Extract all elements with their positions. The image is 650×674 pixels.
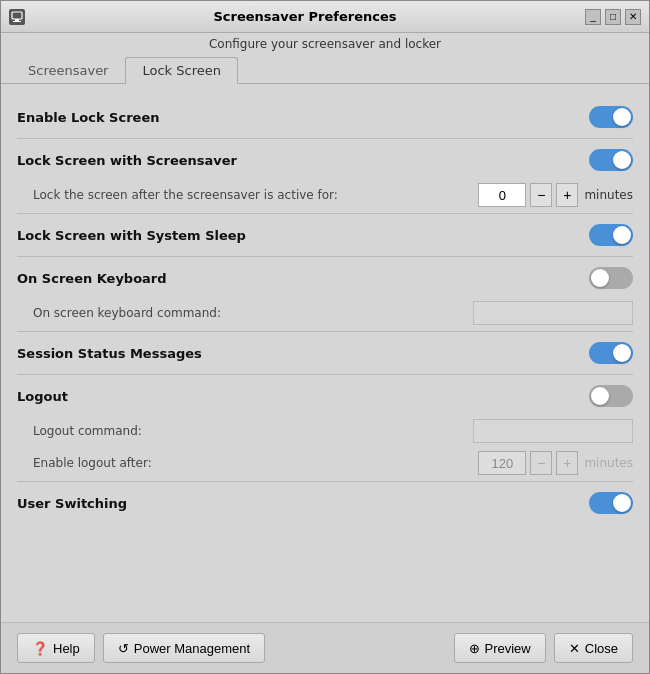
help-icon: ❓ xyxy=(32,641,48,656)
svg-rect-1 xyxy=(15,19,19,21)
lock-screensaver-thumb xyxy=(613,151,631,169)
user-switching-row: User Switching xyxy=(17,484,633,522)
screensaver-minutes-decrement[interactable]: − xyxy=(530,183,552,207)
screensaver-minutes-row: Lock the screen after the screensaver is… xyxy=(17,179,633,211)
enable-lock-screen-thumb xyxy=(613,108,631,126)
power-label: Power Management xyxy=(134,641,250,656)
logout-thumb xyxy=(591,387,609,405)
svg-rect-0 xyxy=(12,12,22,19)
preview-icon: ⊕ xyxy=(469,641,480,656)
lock-sleep-thumb xyxy=(613,226,631,244)
logout-minutes-input[interactable] xyxy=(478,451,526,475)
tab-screensaver[interactable]: Screensaver xyxy=(11,57,125,84)
logout-minutes-row: Enable logout after: − + minutes xyxy=(17,447,633,479)
footer-right: ⊕ Preview ✕ Close xyxy=(454,633,634,663)
titlebar: Screensaver Preferences _ □ ✕ xyxy=(1,1,649,33)
screensaver-minutes-label: minutes xyxy=(584,188,633,202)
screensaver-minutes-group: − + minutes xyxy=(478,183,633,207)
keyboard-thumb xyxy=(591,269,609,287)
power-management-button[interactable]: ↺ Power Management xyxy=(103,633,265,663)
lock-sleep-track[interactable] xyxy=(589,224,633,246)
tab-bar: Screensaver Lock Screen xyxy=(1,57,649,84)
close-icon: ✕ xyxy=(569,641,580,656)
screensaver-minutes-input[interactable] xyxy=(478,183,526,207)
logout-label: Logout xyxy=(17,389,68,404)
keyboard-row: On Screen Keyboard xyxy=(17,259,633,297)
logout-cmd-sublabel: Logout command: xyxy=(33,424,142,438)
help-label: Help xyxy=(53,641,80,656)
subtitle-bar: Configure your screensaver and locker xyxy=(1,33,649,57)
content-area: Enable Lock Screen Lock Screen with Scre… xyxy=(1,84,649,622)
window-subtitle: Configure your screensaver and locker xyxy=(209,37,441,51)
logout-minutes-decrement[interactable]: − xyxy=(530,451,552,475)
separator-6 xyxy=(17,481,633,482)
separator-2 xyxy=(17,213,633,214)
lock-screensaver-row: Lock Screen with Screensaver xyxy=(17,141,633,179)
close-label: Close xyxy=(585,641,618,656)
preview-button[interactable]: ⊕ Preview xyxy=(454,633,546,663)
screensaver-minutes-increment[interactable]: + xyxy=(556,183,578,207)
power-icon: ↺ xyxy=(118,641,129,656)
logout-row: Logout xyxy=(17,377,633,415)
tab-lockscreen[interactable]: Lock Screen xyxy=(125,57,237,84)
logout-minutes-increment[interactable]: + xyxy=(556,451,578,475)
logout-track[interactable] xyxy=(589,385,633,407)
close-button[interactable]: ✕ xyxy=(625,9,641,25)
titlebar-center: Screensaver Preferences xyxy=(25,9,585,24)
lock-screensaver-label: Lock Screen with Screensaver xyxy=(17,153,237,168)
separator-5 xyxy=(17,374,633,375)
enable-lock-screen-track[interactable] xyxy=(589,106,633,128)
keyboard-cmd-input[interactable] xyxy=(473,301,633,325)
footer-left: ❓ Help ↺ Power Management xyxy=(17,633,265,663)
separator-3 xyxy=(17,256,633,257)
user-switching-track[interactable] xyxy=(589,492,633,514)
lock-sleep-label: Lock Screen with System Sleep xyxy=(17,228,246,243)
logout-toggle[interactable] xyxy=(589,385,633,407)
logout-minutes-label: minutes xyxy=(584,456,633,470)
user-switching-label: User Switching xyxy=(17,496,127,511)
separator-4 xyxy=(17,331,633,332)
logout-cmd-row: Logout command: xyxy=(17,415,633,447)
close-button-footer[interactable]: ✕ Close xyxy=(554,633,633,663)
logout-enable-sublabel: Enable logout after: xyxy=(33,456,152,470)
user-switching-thumb xyxy=(613,494,631,512)
keyboard-track[interactable] xyxy=(589,267,633,289)
lock-sleep-toggle[interactable] xyxy=(589,224,633,246)
session-status-thumb xyxy=(613,344,631,362)
titlebar-buttons: _ □ ✕ xyxy=(585,9,641,25)
logout-minutes-group: − + minutes xyxy=(478,451,633,475)
maximize-button[interactable]: □ xyxy=(605,9,621,25)
screensaver-sublabel: Lock the screen after the screensaver is… xyxy=(33,188,338,202)
keyboard-cmd-row: On screen keyboard command: xyxy=(17,297,633,329)
session-status-toggle[interactable] xyxy=(589,342,633,364)
session-status-row: Session Status Messages xyxy=(17,334,633,372)
lock-sleep-row: Lock Screen with System Sleep xyxy=(17,216,633,254)
enable-lock-screen-label: Enable Lock Screen xyxy=(17,110,159,125)
help-button[interactable]: ❓ Help xyxy=(17,633,95,663)
titlebar-left xyxy=(9,9,25,25)
session-status-track[interactable] xyxy=(589,342,633,364)
app-icon xyxy=(9,9,25,25)
lock-screensaver-toggle[interactable] xyxy=(589,149,633,171)
session-status-label: Session Status Messages xyxy=(17,346,202,361)
preview-label: Preview xyxy=(485,641,531,656)
lock-screensaver-track[interactable] xyxy=(589,149,633,171)
enable-lock-screen-row: Enable Lock Screen xyxy=(17,98,633,136)
keyboard-label: On Screen Keyboard xyxy=(17,271,167,286)
separator-1 xyxy=(17,138,633,139)
user-switching-toggle[interactable] xyxy=(589,492,633,514)
keyboard-toggle[interactable] xyxy=(589,267,633,289)
svg-rect-2 xyxy=(13,21,21,22)
keyboard-sublabel: On screen keyboard command: xyxy=(33,306,221,320)
enable-lock-screen-toggle[interactable] xyxy=(589,106,633,128)
minimize-button[interactable]: _ xyxy=(585,9,601,25)
footer: ❓ Help ↺ Power Management ⊕ Preview ✕ Cl… xyxy=(1,622,649,673)
main-window: Screensaver Preferences _ □ ✕ Configure … xyxy=(0,0,650,674)
logout-cmd-input[interactable] xyxy=(473,419,633,443)
window-title: Screensaver Preferences xyxy=(213,9,396,24)
